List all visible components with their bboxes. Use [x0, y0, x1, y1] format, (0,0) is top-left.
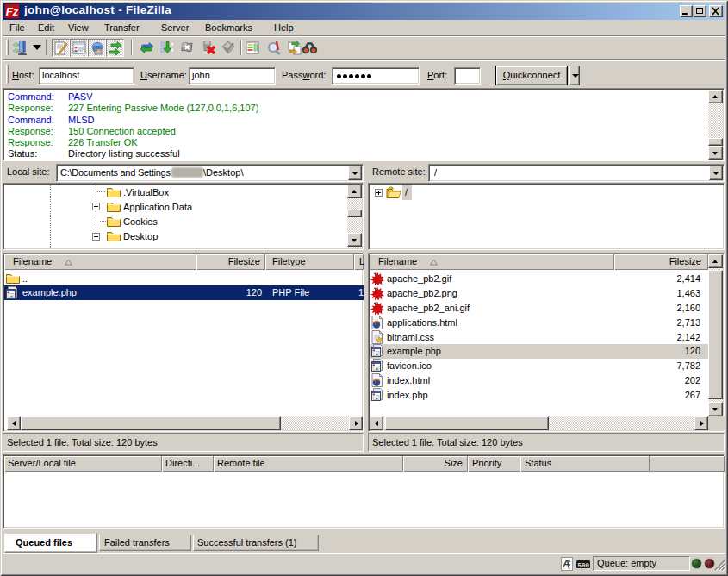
svg-text:500: 500 [578, 562, 590, 569]
